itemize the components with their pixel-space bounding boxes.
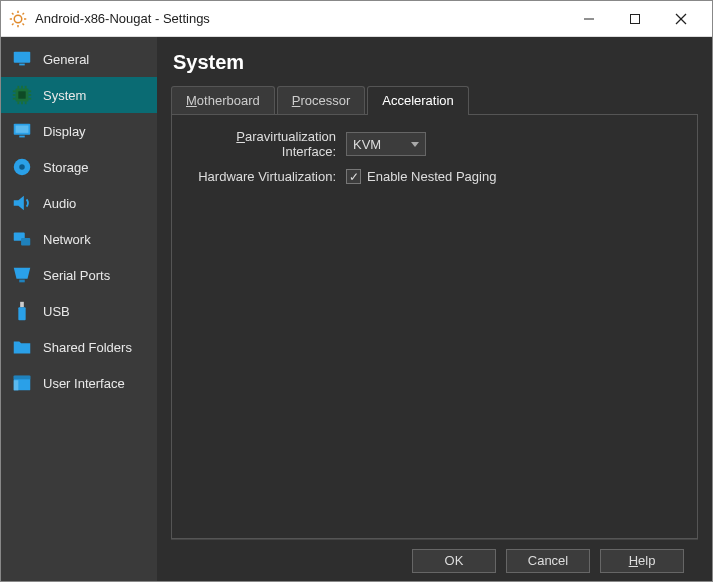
svg-line-6 (23, 23, 25, 25)
svg-line-7 (12, 23, 14, 25)
svg-rect-10 (631, 14, 640, 23)
tab-motherboard[interactable]: Motherboard (171, 86, 275, 114)
svg-point-0 (14, 15, 22, 23)
svg-rect-43 (14, 380, 19, 390)
sidebar-item-serial-ports[interactable]: Serial Ports (1, 257, 157, 293)
svg-rect-40 (18, 307, 25, 320)
svg-rect-30 (16, 126, 29, 133)
sidebar-item-label: Serial Ports (43, 268, 110, 283)
svg-rect-38 (19, 280, 25, 283)
svg-rect-39 (20, 302, 24, 308)
tab-processor[interactable]: Processor (277, 86, 366, 114)
minimize-button[interactable] (566, 3, 612, 35)
svg-line-8 (23, 13, 25, 15)
settings-window: Android-x86-Nougat - Settings General (0, 0, 713, 582)
sidebar-item-storage[interactable]: Storage (1, 149, 157, 185)
svg-rect-31 (19, 136, 25, 138)
svg-marker-34 (14, 196, 24, 211)
page-title: System (173, 51, 698, 74)
titlebar: Android-x86-Nougat - Settings (1, 1, 712, 37)
sidebar-item-user-interface[interactable]: User Interface (1, 365, 157, 401)
cancel-button[interactable]: Cancel (506, 549, 590, 573)
chevron-down-icon (411, 142, 419, 147)
hw-virt-label: Hardware Virtualization: (186, 169, 346, 184)
paravirt-label: Paravirtualization Interface: (186, 129, 346, 159)
sidebar-item-label: Network (43, 232, 91, 247)
svg-line-5 (12, 13, 14, 15)
app-icon (9, 10, 27, 28)
network-icon (11, 228, 33, 250)
svg-rect-42 (14, 376, 31, 380)
hw-virt-row: Hardware Virtualization: Enable Nested P… (186, 169, 683, 184)
paravirt-row: Paravirtualization Interface: KVM (186, 129, 683, 159)
sidebar-item-label: USB (43, 304, 70, 319)
tab-panel-acceleration: Paravirtualization Interface: KVM Hardwa… (171, 115, 698, 539)
window-controls (566, 3, 704, 35)
svg-rect-13 (14, 52, 31, 63)
serial-port-icon (11, 264, 33, 286)
sidebar-item-label: General (43, 52, 89, 67)
svg-rect-16 (18, 91, 25, 98)
folder-icon (11, 336, 33, 358)
tabs: Motherboard Processor Acceleration (171, 86, 698, 115)
nested-paging-label: Enable Nested Paging (367, 169, 496, 184)
sidebar-item-label: User Interface (43, 376, 125, 391)
disk-icon (11, 156, 33, 178)
close-button[interactable] (658, 3, 704, 35)
sidebar-item-general[interactable]: General (1, 41, 157, 77)
footer: OK Cancel Help (171, 539, 698, 581)
svg-point-33 (19, 164, 25, 170)
paravirt-value: KVM (353, 137, 381, 152)
speaker-icon (11, 192, 33, 214)
sidebar-item-label: Shared Folders (43, 340, 132, 355)
sidebar-item-usb[interactable]: USB (1, 293, 157, 329)
sidebar: General System Display Storage (1, 37, 157, 581)
usb-icon (11, 300, 33, 322)
main-panel: System Motherboard Processor Acceleratio… (157, 37, 712, 581)
sidebar-item-shared-folders[interactable]: Shared Folders (1, 329, 157, 365)
nested-paging-checkbox[interactable] (346, 169, 361, 184)
window-title: Android-x86-Nougat - Settings (35, 11, 210, 26)
sidebar-item-audio[interactable]: Audio (1, 185, 157, 221)
svg-rect-14 (19, 64, 25, 66)
sidebar-item-label: Storage (43, 160, 89, 175)
sidebar-item-system[interactable]: System (1, 77, 157, 113)
layout-icon (11, 372, 33, 394)
sidebar-item-label: Display (43, 124, 86, 139)
sidebar-item-label: System (43, 88, 86, 103)
tab-acceleration[interactable]: Acceleration (367, 86, 469, 114)
sidebar-item-label: Audio (43, 196, 76, 211)
display-icon (11, 120, 33, 142)
svg-marker-37 (14, 268, 31, 279)
svg-rect-36 (21, 238, 30, 245)
sidebar-item-display[interactable]: Display (1, 113, 157, 149)
body: General System Display Storage (1, 37, 712, 581)
paravirt-select[interactable]: KVM (346, 132, 426, 156)
sidebar-item-network[interactable]: Network (1, 221, 157, 257)
chip-icon (11, 84, 33, 106)
monitor-icon (11, 48, 33, 70)
ok-button[interactable]: OK (412, 549, 496, 573)
help-button[interactable]: Help (600, 549, 684, 573)
maximize-button[interactable] (612, 3, 658, 35)
